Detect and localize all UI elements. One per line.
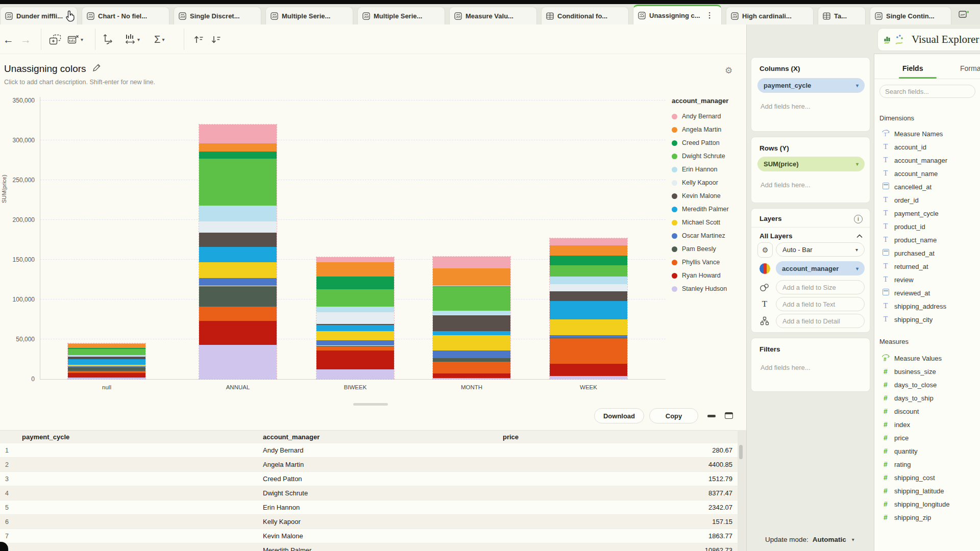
bar-segment[interactable]	[550, 338, 627, 364]
tab-unassigning-c[interactable]: Unassigning c...⋮	[633, 5, 722, 24]
rows-field-pill[interactable]: SUM(price)▾	[757, 157, 865, 171]
bar-segment[interactable]	[550, 277, 627, 285]
bar-width-button[interactable]: ▾	[125, 32, 140, 47]
bar-segment[interactable]	[550, 319, 627, 335]
bar-segment[interactable]	[433, 373, 510, 378]
tab-conditional-fo[interactable]: Conditional fo...	[541, 7, 629, 24]
field-item-business-size[interactable]: #business_size	[876, 365, 978, 378]
bar-segment[interactable]	[68, 349, 145, 355]
field-item-quantity[interactable]: #quantity	[876, 444, 978, 458]
bar-segment[interactable]	[316, 312, 394, 324]
bar-segment[interactable]	[316, 277, 394, 289]
bar-segment[interactable]	[68, 344, 145, 348]
field-item-days-to-ship[interactable]: #days_to_ship	[876, 391, 978, 405]
bar-segment[interactable]	[199, 286, 277, 307]
minimize-table-icon[interactable]	[707, 415, 716, 417]
bar-segment[interactable]	[68, 357, 145, 359]
field-item-shipping-zip[interactable]: #shipping_zip	[876, 511, 978, 524]
legend-item[interactable]: Erin Hannon	[672, 163, 746, 176]
bar-segment[interactable]	[68, 367, 145, 371]
legend-item[interactable]: Dwight Schrute	[672, 149, 746, 163]
filters-add-fields-placeholder[interactable]: Add fields here...	[761, 364, 811, 371]
field-item-product-name[interactable]: Tproduct_name	[876, 233, 978, 246]
bar-segment[interactable]	[199, 221, 277, 233]
bar-segment[interactable]	[433, 315, 510, 316]
bar-segment[interactable]	[316, 257, 394, 262]
bar-segment[interactable]	[316, 289, 394, 307]
forward-button[interactable]: →	[20, 32, 31, 47]
info-icon[interactable]: i	[854, 215, 863, 223]
tab-dunder-miffli[interactable]: Dunder miffli...	[0, 7, 78, 24]
field-item-order-id[interactable]: Torder_id	[876, 193, 978, 207]
column-header[interactable]: account_manager	[258, 433, 498, 441]
legend-item[interactable]: Andy Bernard	[672, 110, 746, 123]
bar-annual[interactable]	[199, 124, 277, 379]
tab-measure-valu[interactable]: Measure Valu...	[449, 7, 537, 24]
bar-segment[interactable]	[550, 291, 627, 301]
bar-null[interactable]	[68, 343, 145, 379]
field-item-returned-at[interactable]: Treturned_at	[876, 260, 978, 273]
field-item-rating[interactable]: #rating	[876, 458, 978, 471]
bar-segment[interactable]	[550, 338, 627, 339]
field-item-product-id[interactable]: Tproduct_id	[876, 220, 978, 233]
field-item-shipping-latitude[interactable]: #shipping_latitude	[876, 484, 978, 497]
bar-segment[interactable]	[199, 159, 277, 206]
legend-item[interactable]: Ryan Howard	[672, 269, 746, 282]
bar-segment[interactable]	[433, 350, 510, 359]
bar-segment[interactable]	[68, 366, 145, 367]
bar-segment[interactable]	[316, 331, 394, 340]
horizontal-scrollbar[interactable]	[353, 403, 388, 406]
field-item-account-name[interactable]: Taccount_name	[876, 167, 978, 180]
chart-title[interactable]: Unassigning colors	[4, 63, 86, 74]
bar-segment[interactable]	[550, 265, 627, 277]
field-item-account-manager[interactable]: Taccount_manager	[876, 154, 978, 167]
columns-field-pill[interactable]: payment_cycle▾	[757, 78, 865, 93]
table-scrollbar[interactable]	[739, 445, 743, 459]
bar-segment[interactable]	[433, 286, 510, 287]
maximize-table-icon[interactable]	[725, 412, 733, 419]
update-mode-dropdown[interactable]: Automatic	[813, 536, 846, 543]
bar-segment[interactable]	[316, 262, 394, 277]
tab-ta[interactable]: Ta...	[818, 7, 866, 24]
new-chart-button[interactable]	[959, 10, 969, 21]
bar-segment[interactable]	[68, 343, 145, 344]
field-item-days-to-close[interactable]: #days_to_close	[876, 378, 978, 391]
bar-segment[interactable]	[433, 378, 510, 379]
tab-single-discret[interactable]: Single Discret...	[174, 7, 261, 24]
bar-segment[interactable]	[199, 233, 277, 247]
bar-segment[interactable]	[199, 247, 277, 262]
tab-menu-kebab-icon[interactable]: ⋮	[706, 11, 714, 20]
bar-segment[interactable]	[316, 369, 394, 379]
download-button[interactable]: Download	[594, 408, 644, 423]
search-input[interactable]	[879, 85, 975, 98]
column-header[interactable]: price	[498, 433, 738, 441]
bar-segment[interactable]	[199, 124, 277, 143]
bar-segment[interactable]	[550, 256, 627, 265]
field-item-measure-names[interactable]: TMeasure Names	[876, 127, 978, 140]
bar-month[interactable]	[433, 257, 510, 379]
tab-high-cardinali[interactable]: High cardinali...	[726, 7, 814, 24]
bar-segment[interactable]	[550, 301, 627, 319]
duplicate-chart-button[interactable]	[49, 32, 61, 47]
bar-segment[interactable]	[316, 346, 394, 347]
columns-add-fields-placeholder[interactable]: Add fields here...	[761, 103, 811, 110]
back-button[interactable]: ←	[3, 32, 14, 47]
bar-segment[interactable]	[433, 358, 510, 361]
bar-segment[interactable]	[550, 335, 627, 338]
field-item-cancelled-at[interactable]: cancelled_at	[876, 180, 978, 193]
bar-segment[interactable]	[550, 284, 627, 291]
legend-item[interactable]: Meredith Palmer	[672, 203, 746, 216]
field-item-review[interactable]: Treview	[876, 273, 978, 286]
bar-segment[interactable]	[550, 238, 627, 245]
field-item-price[interactable]: #price	[876, 431, 978, 444]
bar-segment[interactable]	[199, 321, 277, 345]
bar-segment[interactable]	[433, 315, 510, 331]
legend-item[interactable]: Angela Martin	[672, 123, 746, 136]
bar-segment[interactable]	[68, 355, 145, 356]
bar-segment[interactable]	[433, 331, 510, 335]
edit-title-icon[interactable]	[92, 63, 101, 74]
bar-segment[interactable]	[550, 376, 627, 379]
bar-biweek[interactable]	[316, 257, 394, 379]
bar-segment[interactable]	[550, 245, 627, 256]
bar-segment[interactable]	[316, 350, 394, 369]
